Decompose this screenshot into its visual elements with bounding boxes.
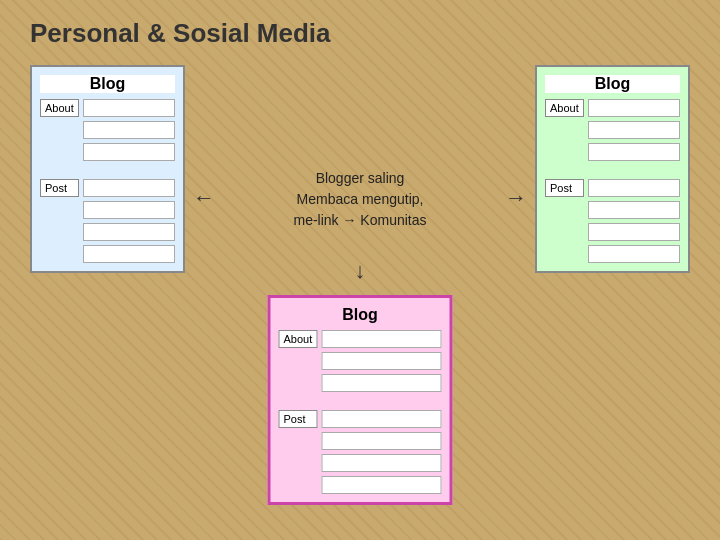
blog-left-title: Blog [40, 75, 175, 93]
blog-bottom-row2 [321, 352, 441, 370]
blog-right-row6 [588, 223, 680, 241]
blog-right-row2 [588, 121, 680, 139]
blog-bottom-row7 [321, 476, 441, 494]
blog-bottom-title: Blog [279, 306, 442, 324]
page-title: Personal & Sosial Media [30, 18, 331, 49]
blog-right-about-label: About [545, 99, 584, 117]
blog-left-row1 [83, 99, 175, 117]
blog-left-about-label: About [40, 99, 79, 117]
blog-bottom-row1 [321, 330, 441, 348]
blog-right-row7 [588, 245, 680, 263]
blog-bottom-row4 [321, 410, 441, 428]
arrow-down-icon: ↓ [355, 258, 366, 284]
blog-right-row4 [588, 179, 680, 197]
blog-bottom-post-label: Post [279, 410, 318, 428]
blog-left-post-label: Post [40, 179, 79, 197]
blog-left-row5 [83, 201, 175, 219]
blog-card-right: Blog About Post [535, 65, 690, 273]
arrow-left-icon: ← [193, 185, 215, 211]
blog-bottom-row6 [321, 454, 441, 472]
blog-right-row1 [588, 99, 680, 117]
blog-right-row3 [588, 143, 680, 161]
blog-card-bottom: Blog About Post [268, 295, 453, 505]
blog-left-row7 [83, 245, 175, 263]
blog-left-row2 [83, 121, 175, 139]
blog-bottom-row3 [321, 374, 441, 392]
blog-bottom-about-label: About [279, 330, 318, 348]
blog-left-row3 [83, 143, 175, 161]
blog-left-row4 [83, 179, 175, 197]
blog-right-row5 [588, 201, 680, 219]
center-description: Blogger saling Membaca mengutip, me-link… [293, 168, 426, 231]
blog-right-title: Blog [545, 75, 680, 93]
blog-card-left: Blog About Post [30, 65, 185, 273]
blog-right-post-label: Post [545, 179, 584, 197]
arrow-right-icon: → [505, 185, 527, 211]
blog-left-row6 [83, 223, 175, 241]
blog-bottom-row5 [321, 432, 441, 450]
